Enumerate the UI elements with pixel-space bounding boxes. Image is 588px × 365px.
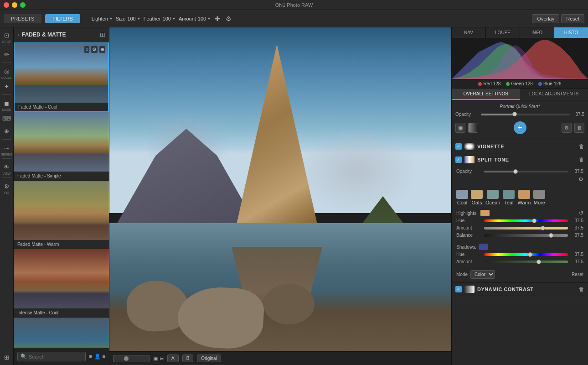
- overlay-button[interactable]: Overlay: [532, 14, 559, 23]
- feather-value: 100: [163, 16, 171, 21]
- layer-controls: ▣ + ⚙ 🗑: [455, 120, 584, 136]
- minimize-button[interactable]: [12, 2, 17, 8]
- presets-tab[interactable]: PRESETS: [4, 14, 41, 23]
- split-preset-more[interactable]: More: [533, 190, 545, 205]
- tool-pen[interactable]: ⌨: [1, 112, 13, 124]
- preset-item-4[interactable]: ⚙ Intense Matte - Cool: [14, 249, 109, 318]
- tool-crop[interactable]: ⊡: [1, 29, 13, 41]
- maximize-button[interactable]: [20, 2, 26, 8]
- shadows-hue-row: Hue 37.5: [456, 252, 583, 257]
- nav-tab-loupe[interactable]: LOUPE: [486, 27, 520, 38]
- nav-tab-nav[interactable]: NAV: [452, 27, 486, 38]
- split-preset-oats[interactable]: Oats: [471, 190, 483, 205]
- original-button[interactable]: Original: [197, 355, 221, 362]
- layer-normal-btn[interactable]: ▣: [455, 123, 465, 133]
- teal-label: Teal: [504, 200, 513, 205]
- tool-mask[interactable]: ◼: [1, 97, 13, 109]
- view-a-button[interactable]: A: [167, 355, 179, 362]
- preset-item-2[interactable]: ⚙ Faded Matte - Simple: [14, 112, 109, 181]
- tool-view[interactable]: 👁: [1, 161, 13, 173]
- histogram-svg: [452, 38, 588, 79]
- tool-fix-label: FIX: [4, 191, 9, 194]
- feather-arrow[interactable]: ▾: [173, 16, 175, 21]
- shadows-amount-slider[interactable]: [484, 261, 568, 263]
- tool-stamp[interactable]: ⊕: [1, 125, 13, 137]
- tool-group-fix: ⚙ FIX: [1, 180, 13, 194]
- portrait-opacity-row: Opacity 37.5: [455, 112, 584, 117]
- shadows-hue-slider[interactable]: [484, 253, 568, 256]
- highlights-color-box[interactable]: [480, 210, 490, 216]
- vignette-delete-icon[interactable]: 🗑: [579, 143, 584, 150]
- highlights-amount-value: 37.5: [571, 225, 583, 230]
- menu-icon[interactable]: ≡: [103, 354, 105, 360]
- sidebar-grid-icon[interactable]: ⊞: [100, 31, 105, 38]
- oats-color: [471, 190, 483, 199]
- lighten-arrow[interactable]: ▾: [110, 16, 112, 21]
- mode-row: Mode Color Reset: [452, 268, 588, 282]
- clouds-right: [298, 129, 418, 213]
- shadows-color-box[interactable]: [479, 244, 488, 250]
- highlights-amount-slider[interactable]: [484, 227, 568, 229]
- cool-label: Cool: [457, 200, 468, 205]
- tool-refine[interactable]: ⁓: [1, 142, 13, 154]
- highlights-reset-icon[interactable]: ↺: [579, 210, 583, 216]
- nav-tab-histo[interactable]: HISTO: [554, 27, 588, 38]
- preset-copy-icon-1[interactable]: ⊕: [99, 46, 105, 53]
- overall-settings-tab[interactable]: OVERALL SETTINGS: [452, 89, 520, 100]
- portrait-opacity-slider[interactable]: [481, 114, 570, 115]
- view-single-icon[interactable]: ▣: [153, 355, 158, 361]
- view-b-button[interactable]: B: [182, 355, 194, 362]
- preset-item-3[interactable]: ⚙ Faded Matte - Warm: [14, 181, 109, 249]
- sidebar-back-button[interactable]: ‹: [17, 31, 19, 38]
- preset-label-4: Intense Matte - Cool: [14, 308, 109, 317]
- tool-grid[interactable]: ⊞: [1, 351, 13, 363]
- layer-delete-btn[interactable]: 🗑: [574, 123, 584, 133]
- mode-select[interactable]: Color: [470, 270, 495, 279]
- person-icon[interactable]: 👤: [94, 354, 101, 360]
- preset-item-5[interactable]: ⚙ Intense Matte - Paste Pink: [14, 318, 109, 348]
- split-preset-cool[interactable]: Cool: [456, 190, 468, 205]
- preset-item-1[interactable]: ○ ⚙ ⊕ Faded Matte - Cool: [14, 42, 109, 112]
- local-adjustments-tab[interactable]: LOCAL ADJUSTMENTS: [520, 89, 588, 100]
- dynamic-contrast-delete-icon[interactable]: 🗑: [579, 286, 584, 292]
- search-input[interactable]: [29, 354, 83, 360]
- settings-icon[interactable]: ⚙: [225, 14, 232, 23]
- highlights-hue-row: Hue 37.5: [456, 218, 583, 223]
- amount-arrow[interactable]: ▾: [208, 16, 210, 21]
- preset-gear-icon-1[interactable]: ⚙: [91, 46, 98, 53]
- cool-color: [456, 190, 468, 199]
- dynamic-contrast-checkbox[interactable]: ✓: [455, 286, 462, 292]
- split-preset-teal[interactable]: Teal: [503, 190, 515, 205]
- lighten-control: Lighten ▾: [92, 16, 112, 21]
- split-preset-ocean[interactable]: Ocean: [485, 190, 500, 205]
- dynamic-contrast-thumb: [464, 286, 475, 293]
- view-split-icon[interactable]: ⊟: [160, 355, 164, 361]
- close-button[interactable]: [4, 2, 9, 8]
- split-tone-delete-icon[interactable]: 🗑: [579, 156, 584, 163]
- size-arrow[interactable]: ▾: [138, 16, 140, 21]
- split-tone-reset-label[interactable]: Reset: [572, 272, 583, 277]
- vignette-checkbox[interactable]: ✓: [455, 143, 462, 150]
- search-box[interactable]: 🔍: [17, 352, 86, 361]
- add-preset-icon[interactable]: ⊕: [88, 354, 93, 360]
- split-tone-settings-icon[interactable]: ⚙: [578, 176, 583, 182]
- tool-retouch[interactable]: ✦: [1, 80, 13, 92]
- zoom-slider[interactable]: [113, 355, 150, 362]
- split-tone-checkbox[interactable]: ✓: [455, 156, 462, 163]
- warm-color: [518, 190, 530, 199]
- highlights-hue-slider[interactable]: [484, 219, 568, 222]
- reset-button[interactable]: Reset: [561, 14, 584, 23]
- split-tone-opacity-slider[interactable]: [484, 171, 568, 172]
- layer-bw-btn[interactable]: [468, 123, 478, 133]
- nav-tab-info[interactable]: INFO: [520, 27, 554, 38]
- add-layer-button[interactable]: +: [514, 121, 526, 134]
- split-preset-warm[interactable]: Warm: [517, 190, 531, 205]
- preset-eye-icon-1[interactable]: ○: [84, 46, 89, 53]
- highlights-balance-slider[interactable]: [484, 234, 568, 237]
- tool-local[interactable]: ◎: [1, 65, 13, 77]
- filters-tab[interactable]: FILTERS: [45, 14, 80, 23]
- tool-fix[interactable]: ⚙: [1, 180, 13, 192]
- picker-icon[interactable]: ✚: [214, 14, 221, 23]
- layer-settings-btn[interactable]: ⚙: [562, 123, 572, 133]
- tool-brush[interactable]: ✏: [1, 48, 13, 60]
